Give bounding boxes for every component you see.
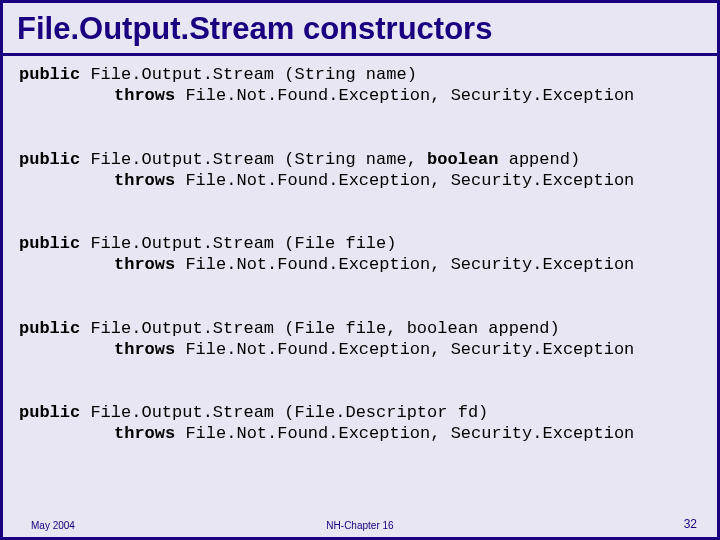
footer-date: May 2004 <box>31 520 75 531</box>
keyword-public: public <box>19 65 80 84</box>
keyword-boolean: boolean <box>427 150 498 169</box>
keyword-throws: throws <box>114 340 175 359</box>
title-underline <box>3 53 717 56</box>
keyword-throws: throws <box>114 255 175 274</box>
signature-line-b: append) <box>499 150 581 169</box>
throws-line: File.Not.Found.Exception, Security.Excep… <box>175 255 634 274</box>
constructor-block: public File.Output.Stream (File file, bo… <box>19 318 701 361</box>
signature-line: File.Output.Stream (File file) <box>80 234 396 253</box>
constructor-block: public File.Output.Stream (File.Descript… <box>19 402 701 445</box>
throws-line: File.Not.Found.Exception, Security.Excep… <box>175 340 634 359</box>
keyword-public: public <box>19 403 80 422</box>
keyword-public: public <box>19 319 80 338</box>
signature-line-a: File.Output.Stream (String name, <box>80 150 427 169</box>
footer-page-number: 32 <box>684 517 697 531</box>
throws-line: File.Not.Found.Exception, Security.Excep… <box>175 171 634 190</box>
signature-line: File.Output.Stream (String name) <box>80 65 417 84</box>
slide-content: public File.Output.Stream (String name) … <box>3 60 717 445</box>
footer-chapter: NH-Chapter 16 <box>326 520 393 531</box>
constructor-block: public File.Output.Stream (File file) th… <box>19 233 701 276</box>
keyword-public: public <box>19 234 80 253</box>
constructor-block: public File.Output.Stream (String name, … <box>19 149 701 192</box>
keyword-throws: throws <box>114 171 175 190</box>
signature-line: File.Output.Stream (File.Descriptor fd) <box>80 403 488 422</box>
throws-line: File.Not.Found.Exception, Security.Excep… <box>175 424 634 443</box>
slide-title: File.Output.Stream constructors <box>3 3 717 53</box>
throws-line: File.Not.Found.Exception, Security.Excep… <box>175 86 634 105</box>
constructor-block: public File.Output.Stream (String name) … <box>19 64 701 107</box>
slide-footer: May 2004 NH-Chapter 16 32 <box>3 517 717 531</box>
keyword-throws: throws <box>114 424 175 443</box>
signature-line: File.Output.Stream (File file, boolean a… <box>80 319 559 338</box>
keyword-public: public <box>19 150 80 169</box>
keyword-throws: throws <box>114 86 175 105</box>
